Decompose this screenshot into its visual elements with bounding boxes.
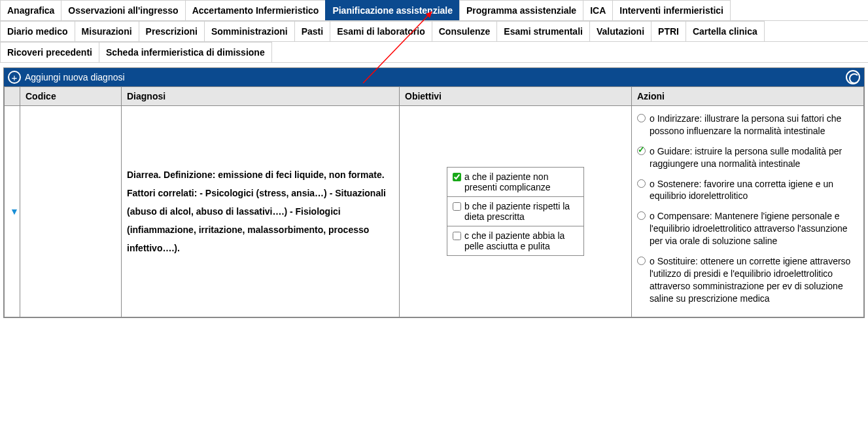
tab-anagrafica[interactable]: Anagrafica <box>0 0 61 20</box>
diagnosi-text: Diarrea. Definizione: emissione di feci … <box>127 166 394 257</box>
col-diagnosi[interactable]: Diagnosi <box>122 87 400 106</box>
tabs-row-2: Diario medico Misurazioni Prescrizioni S… <box>0 21 868 42</box>
tabs-row-1: Anagrafica Osservazioni all'ingresso Acc… <box>0 0 868 21</box>
azione-radio[interactable] <box>637 114 646 122</box>
obiettivi-box: a che il paziente non presenti complican… <box>447 167 584 256</box>
diagnosis-table: Codice Diagnosi Obiettivi Azioni ▼ Diarr… <box>4 86 864 317</box>
col-expander <box>5 87 20 106</box>
tab-prescrizioni[interactable]: Prescrizioni <box>139 21 205 41</box>
azione-item[interactable]: o Guidare: istruire la persona sulle mod… <box>637 144 858 177</box>
tab-programma[interactable]: Programma assistenziale <box>459 0 583 20</box>
azione-item[interactable]: o Sostituire: ottenere un corrette igien… <box>637 254 858 312</box>
azione-text: o Sostituire: ottenere un corrette igien… <box>650 255 858 305</box>
obiettivo-text: c che il paziente abbia la pelle asciutt… <box>464 230 578 251</box>
add-diagnosis-button[interactable]: + Aggiungi nuova diagnosi <box>8 71 125 84</box>
tab-cartella-clinica[interactable]: Cartella clinica <box>686 21 765 41</box>
diagnosis-panel: + Aggiungi nuova diagnosi Codice Diagnos… <box>3 67 865 318</box>
tab-misurazioni[interactable]: Misurazioni <box>75 21 139 41</box>
tab-accertamento[interactable]: Accertamento Infermieristico <box>185 0 326 20</box>
tab-pianificazione[interactable]: Pianificazione assistenziale <box>325 0 460 20</box>
cell-obiettivi: a che il paziente non presenti complican… <box>400 106 632 317</box>
obiettivo-checkbox[interactable] <box>453 232 461 240</box>
cell-azioni: o Indirizzare: illustrare la persona sui… <box>632 106 864 317</box>
azione-radio[interactable] <box>637 147 646 155</box>
azione-text: o Compensare: Mantenere l'igiene persona… <box>650 210 858 247</box>
cell-codice <box>20 106 122 317</box>
azione-radio[interactable] <box>637 211 646 220</box>
azione-item[interactable]: o Sostenere: favorire una corretta igien… <box>637 177 858 209</box>
obiettivo-item[interactable]: a che il paziente non presenti complican… <box>447 168 583 197</box>
tab-osservazioni[interactable]: Osservazioni all'ingresso <box>61 0 185 20</box>
refresh-icon[interactable] <box>846 70 860 84</box>
obiettivo-text: a che il paziente non presenti complican… <box>464 171 578 192</box>
tab-diario-medico[interactable]: Diario medico <box>0 21 75 41</box>
tab-valutazioni[interactable]: Valutazioni <box>589 21 651 41</box>
table-row: ▼ Diarrea. Definizione: emissione di fec… <box>5 106 864 317</box>
tab-pasti[interactable]: Pasti <box>294 21 330 41</box>
tab-ica[interactable]: ICA <box>583 0 613 20</box>
tab-consulenze[interactable]: Consulenze <box>432 21 498 41</box>
azione-item[interactable]: o Indirizzare: illustrare la persona sui… <box>637 111 858 144</box>
azioni-list: o Indirizzare: illustrare la persona sui… <box>637 111 858 312</box>
azione-text: o Indirizzare: illustrare la persona sui… <box>650 113 858 137</box>
tab-esami-laboratorio[interactable]: Esami di laboratorio <box>330 21 432 41</box>
tab-interventi[interactable]: Interventi infermieristici <box>612 0 731 20</box>
azione-text: o Sostenere: favorire una corretta igien… <box>650 178 858 203</box>
col-codice[interactable]: Codice <box>20 87 122 106</box>
tab-somministrazioni[interactable]: Somministrazioni <box>204 21 295 41</box>
obiettivo-checkbox[interactable] <box>453 202 461 211</box>
obiettivo-item[interactable]: c che il paziente abbia la pelle asciutt… <box>447 226 583 255</box>
tab-scheda-dimissione[interactable]: Scheda infermieristica di dimissione <box>99 42 272 62</box>
obiettivo-text: b che il paziente rispetti la dieta pres… <box>464 201 578 222</box>
tab-esami-strumentali[interactable]: Esami strumentali <box>496 21 590 41</box>
panel-header: + Aggiungi nuova diagnosi <box>4 68 864 86</box>
tab-ptri[interactable]: PTRI <box>651 21 686 41</box>
azione-radio[interactable] <box>637 257 646 265</box>
add-diagnosis-label: Aggiungi nuova diagnosi <box>25 72 125 82</box>
azione-item[interactable]: o Compensare: Mantenere l'igiene persona… <box>637 209 858 254</box>
plus-icon: + <box>8 71 21 84</box>
azione-radio[interactable] <box>637 179 646 188</box>
cell-diagnosi: Diarrea. Definizione: emissione di feci … <box>122 106 400 317</box>
col-obiettivi[interactable]: Obiettivi <box>400 87 632 106</box>
obiettivo-checkbox[interactable] <box>453 173 461 181</box>
row-expander[interactable]: ▼ <box>5 106 20 317</box>
col-azioni[interactable]: Azioni <box>632 87 864 106</box>
tab-ricoveri-precedenti[interactable]: Ricoveri precedenti <box>0 42 99 62</box>
obiettivo-item[interactable]: b che il paziente rispetti la dieta pres… <box>447 197 583 226</box>
tabs-row-3: Ricoveri precedenti Scheda infermieristi… <box>0 42 868 63</box>
azione-text: o Guidare: istruire la persona sulle mod… <box>650 145 858 170</box>
